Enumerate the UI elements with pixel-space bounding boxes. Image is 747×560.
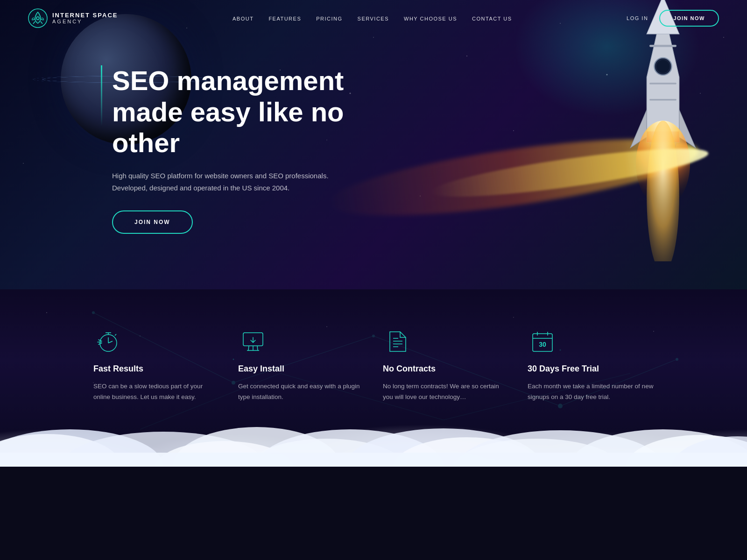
clouds-svg	[0, 392, 747, 467]
nav-item-features[interactable]: FEATURES	[268, 14, 301, 22]
svg-line-11	[233, 336, 374, 383]
features-section: Fast Results SEO can be a slow tedious p…	[0, 289, 747, 467]
cloud-bottom	[0, 392, 747, 467]
nav-item-why-choose-us[interactable]: WHY CHOOSE US	[404, 14, 457, 22]
logo-rocket-icon	[28, 8, 48, 28]
login-button[interactable]: LOG IN	[627, 15, 648, 21]
nav-item-pricing[interactable]: PRICING	[316, 14, 342, 22]
svg-rect-4	[649, 45, 677, 47]
hero-section: SEO management made easy like no other H…	[0, 0, 747, 289]
logo[interactable]: INTERNET SPACE AGENCY	[28, 8, 118, 28]
logo-text: INTERNET SPACE AGENCY	[52, 12, 118, 24]
svg-rect-6	[649, 99, 677, 100]
nav-item-contact-us[interactable]: CONTACT US	[472, 14, 512, 22]
nav-join-button[interactable]: JOIN NOW	[659, 10, 719, 27]
navbar: INTERNET SPACE AGENCY ABOUT FEATURES PRI…	[0, 0, 747, 36]
hero-subtitle: High quality SEO platform for website ow…	[112, 170, 355, 194]
brand-sub: AGENCY	[52, 19, 118, 24]
nav-actions: LOG IN JOIN NOW	[627, 10, 719, 27]
svg-point-14	[92, 311, 95, 314]
svg-rect-56	[0, 453, 747, 467]
svg-rect-5	[649, 83, 677, 84]
hero-title: SEO management made easy like no other	[112, 65, 355, 159]
brand-name: INTERNET SPACE	[52, 12, 118, 19]
svg-line-10	[93, 313, 233, 383]
svg-point-18	[676, 358, 678, 361]
nav-item-about[interactable]: ABOUT	[233, 14, 254, 22]
accent-line	[101, 65, 102, 126]
svg-point-3	[656, 60, 669, 73]
svg-point-15	[232, 381, 235, 385]
hero-content: SEO management made easy like no other H…	[112, 65, 355, 234]
hero-join-button[interactable]: JOIN NOW	[112, 210, 193, 234]
nav-links: ABOUT FEATURES PRICING SERVICES WHY CHOO…	[233, 14, 512, 22]
rocket-illustration	[598, 0, 728, 261]
svg-point-16	[372, 335, 375, 337]
nav-item-services[interactable]: SERVICES	[358, 14, 389, 22]
